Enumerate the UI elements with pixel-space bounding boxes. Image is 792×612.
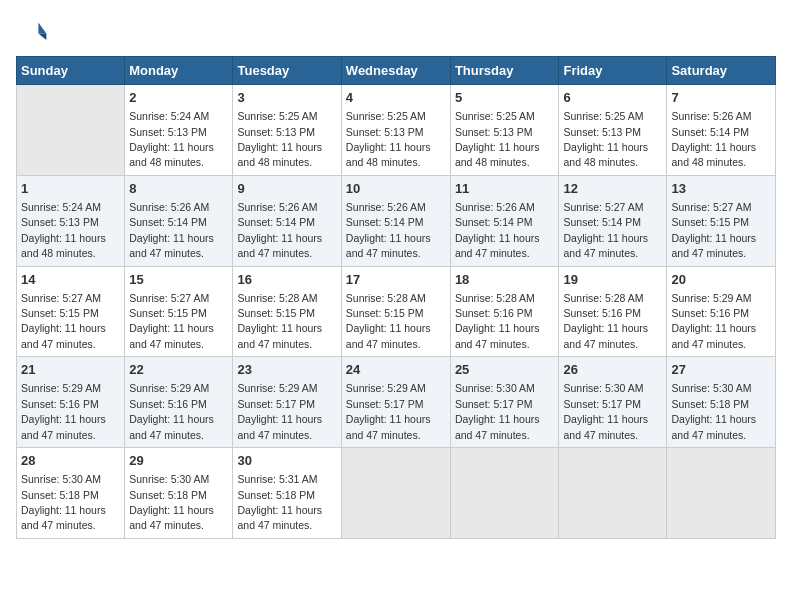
logo-icon (16, 16, 48, 48)
day-info: Sunrise: 5:27 AMSunset: 5:15 PMDaylight:… (21, 292, 106, 350)
calendar-cell: 29Sunrise: 5:30 AMSunset: 5:18 PMDayligh… (125, 448, 233, 539)
day-number: 18 (455, 271, 555, 289)
day-info: Sunrise: 5:29 AMSunset: 5:16 PMDaylight:… (671, 292, 756, 350)
day-number: 13 (671, 180, 771, 198)
day-number: 20 (671, 271, 771, 289)
day-number: 7 (671, 89, 771, 107)
day-info: Sunrise: 5:27 AMSunset: 5:14 PMDaylight:… (563, 201, 648, 259)
day-number: 3 (237, 89, 336, 107)
calendar-cell: 10Sunrise: 5:26 AMSunset: 5:14 PMDayligh… (341, 175, 450, 266)
calendar-header-tuesday: Tuesday (233, 57, 341, 85)
day-info: Sunrise: 5:29 AMSunset: 5:17 PMDaylight:… (237, 382, 322, 440)
calendar-header-monday: Monday (125, 57, 233, 85)
calendar-cell: 15Sunrise: 5:27 AMSunset: 5:15 PMDayligh… (125, 266, 233, 357)
calendar-cell: 13Sunrise: 5:27 AMSunset: 5:15 PMDayligh… (667, 175, 776, 266)
day-number: 30 (237, 452, 336, 470)
calendar-cell: 8Sunrise: 5:26 AMSunset: 5:14 PMDaylight… (125, 175, 233, 266)
day-info: Sunrise: 5:29 AMSunset: 5:16 PMDaylight:… (129, 382, 214, 440)
day-info: Sunrise: 5:25 AMSunset: 5:13 PMDaylight:… (237, 110, 322, 168)
day-info: Sunrise: 5:30 AMSunset: 5:18 PMDaylight:… (671, 382, 756, 440)
calendar-body: 2Sunrise: 5:24 AMSunset: 5:13 PMDaylight… (17, 85, 776, 539)
day-info: Sunrise: 5:26 AMSunset: 5:14 PMDaylight:… (237, 201, 322, 259)
calendar-cell: 7Sunrise: 5:26 AMSunset: 5:14 PMDaylight… (667, 85, 776, 176)
calendar-cell: 21Sunrise: 5:29 AMSunset: 5:16 PMDayligh… (17, 357, 125, 448)
day-info: Sunrise: 5:31 AMSunset: 5:18 PMDaylight:… (237, 473, 322, 531)
calendar-week-row: 2Sunrise: 5:24 AMSunset: 5:13 PMDaylight… (17, 85, 776, 176)
day-number: 10 (346, 180, 446, 198)
day-number: 12 (563, 180, 662, 198)
day-number: 23 (237, 361, 336, 379)
day-info: Sunrise: 5:26 AMSunset: 5:14 PMDaylight:… (346, 201, 431, 259)
calendar-cell (17, 85, 125, 176)
day-number: 8 (129, 180, 228, 198)
day-info: Sunrise: 5:28 AMSunset: 5:16 PMDaylight:… (455, 292, 540, 350)
calendar-header-row: SundayMondayTuesdayWednesdayThursdayFrid… (17, 57, 776, 85)
day-info: Sunrise: 5:27 AMSunset: 5:15 PMDaylight:… (671, 201, 756, 259)
calendar-cell (341, 448, 450, 539)
calendar-cell: 18Sunrise: 5:28 AMSunset: 5:16 PMDayligh… (450, 266, 559, 357)
calendar-cell: 9Sunrise: 5:26 AMSunset: 5:14 PMDaylight… (233, 175, 341, 266)
calendar-cell: 28Sunrise: 5:30 AMSunset: 5:18 PMDayligh… (17, 448, 125, 539)
calendar-cell: 16Sunrise: 5:28 AMSunset: 5:15 PMDayligh… (233, 266, 341, 357)
day-number: 24 (346, 361, 446, 379)
calendar-cell (450, 448, 559, 539)
day-number: 16 (237, 271, 336, 289)
calendar-week-row: 21Sunrise: 5:29 AMSunset: 5:16 PMDayligh… (17, 357, 776, 448)
calendar-cell: 25Sunrise: 5:30 AMSunset: 5:17 PMDayligh… (450, 357, 559, 448)
day-info: Sunrise: 5:29 AMSunset: 5:17 PMDaylight:… (346, 382, 431, 440)
day-info: Sunrise: 5:29 AMSunset: 5:16 PMDaylight:… (21, 382, 106, 440)
calendar-header-wednesday: Wednesday (341, 57, 450, 85)
day-info: Sunrise: 5:27 AMSunset: 5:15 PMDaylight:… (129, 292, 214, 350)
day-info: Sunrise: 5:30 AMSunset: 5:18 PMDaylight:… (21, 473, 106, 531)
calendar-cell: 26Sunrise: 5:30 AMSunset: 5:17 PMDayligh… (559, 357, 667, 448)
day-info: Sunrise: 5:30 AMSunset: 5:17 PMDaylight:… (563, 382, 648, 440)
day-number: 2 (129, 89, 228, 107)
calendar-cell: 1Sunrise: 5:24 AMSunset: 5:13 PMDaylight… (17, 175, 125, 266)
calendar-cell: 2Sunrise: 5:24 AMSunset: 5:13 PMDaylight… (125, 85, 233, 176)
day-info: Sunrise: 5:24 AMSunset: 5:13 PMDaylight:… (21, 201, 106, 259)
day-info: Sunrise: 5:26 AMSunset: 5:14 PMDaylight:… (129, 201, 214, 259)
day-number: 26 (563, 361, 662, 379)
day-number: 17 (346, 271, 446, 289)
calendar-week-row: 28Sunrise: 5:30 AMSunset: 5:18 PMDayligh… (17, 448, 776, 539)
day-info: Sunrise: 5:30 AMSunset: 5:18 PMDaylight:… (129, 473, 214, 531)
day-number: 25 (455, 361, 555, 379)
day-number: 15 (129, 271, 228, 289)
calendar-cell: 14Sunrise: 5:27 AMSunset: 5:15 PMDayligh… (17, 266, 125, 357)
calendar-cell: 6Sunrise: 5:25 AMSunset: 5:13 PMDaylight… (559, 85, 667, 176)
day-info: Sunrise: 5:25 AMSunset: 5:13 PMDaylight:… (346, 110, 431, 168)
calendar-cell: 11Sunrise: 5:26 AMSunset: 5:14 PMDayligh… (450, 175, 559, 266)
calendar-cell (559, 448, 667, 539)
day-info: Sunrise: 5:25 AMSunset: 5:13 PMDaylight:… (563, 110, 648, 168)
day-info: Sunrise: 5:26 AMSunset: 5:14 PMDaylight:… (455, 201, 540, 259)
day-number: 19 (563, 271, 662, 289)
day-number: 22 (129, 361, 228, 379)
calendar-cell: 30Sunrise: 5:31 AMSunset: 5:18 PMDayligh… (233, 448, 341, 539)
calendar-cell: 22Sunrise: 5:29 AMSunset: 5:16 PMDayligh… (125, 357, 233, 448)
day-info: Sunrise: 5:26 AMSunset: 5:14 PMDaylight:… (671, 110, 756, 168)
logo (16, 16, 52, 48)
day-number: 5 (455, 89, 555, 107)
day-number: 11 (455, 180, 555, 198)
day-number: 29 (129, 452, 228, 470)
day-info: Sunrise: 5:30 AMSunset: 5:17 PMDaylight:… (455, 382, 540, 440)
calendar-cell: 4Sunrise: 5:25 AMSunset: 5:13 PMDaylight… (341, 85, 450, 176)
day-number: 6 (563, 89, 662, 107)
calendar-week-row: 1Sunrise: 5:24 AMSunset: 5:13 PMDaylight… (17, 175, 776, 266)
day-number: 9 (237, 180, 336, 198)
calendar-cell (667, 448, 776, 539)
svg-marker-0 (38, 22, 46, 33)
calendar-table: SundayMondayTuesdayWednesdayThursdayFrid… (16, 56, 776, 539)
day-number: 4 (346, 89, 446, 107)
calendar-cell: 27Sunrise: 5:30 AMSunset: 5:18 PMDayligh… (667, 357, 776, 448)
day-number: 1 (21, 180, 120, 198)
calendar-cell: 17Sunrise: 5:28 AMSunset: 5:15 PMDayligh… (341, 266, 450, 357)
page-header (16, 16, 776, 48)
calendar-cell: 12Sunrise: 5:27 AMSunset: 5:14 PMDayligh… (559, 175, 667, 266)
day-number: 21 (21, 361, 120, 379)
day-info: Sunrise: 5:24 AMSunset: 5:13 PMDaylight:… (129, 110, 214, 168)
calendar-header-thursday: Thursday (450, 57, 559, 85)
calendar-cell: 5Sunrise: 5:25 AMSunset: 5:13 PMDaylight… (450, 85, 559, 176)
calendar-header-friday: Friday (559, 57, 667, 85)
calendar-week-row: 14Sunrise: 5:27 AMSunset: 5:15 PMDayligh… (17, 266, 776, 357)
